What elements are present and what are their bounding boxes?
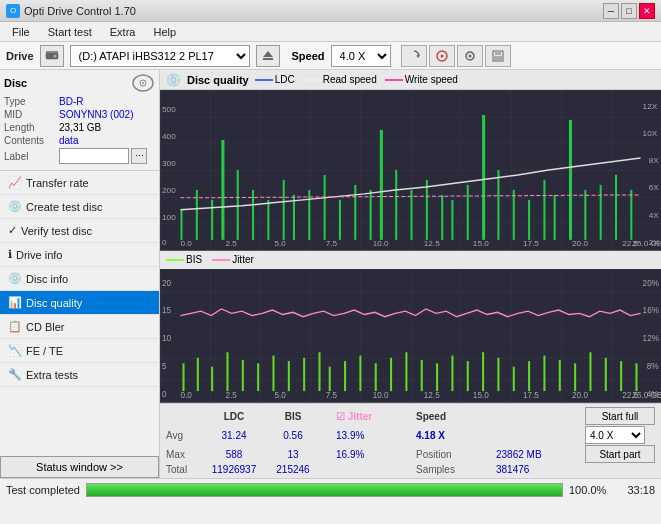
main-content: Disc Type BD-R MID SONYNN3 (002) Length … bbox=[0, 70, 661, 478]
progress-area: Test completed 100.0% 33:18 bbox=[0, 478, 661, 500]
drive-label: Drive bbox=[6, 50, 34, 62]
svg-rect-47 bbox=[267, 200, 269, 240]
cd-bler-icon: 📋 bbox=[8, 320, 22, 333]
save-button[interactable] bbox=[485, 45, 511, 67]
svg-rect-53 bbox=[354, 185, 356, 240]
lower-chart-svg: 0 5 10 15 20 4% 8% 12% 16% 20% 0.0 2.5 5… bbox=[160, 269, 661, 402]
svg-rect-104 bbox=[303, 358, 305, 391]
speed-dropdown[interactable]: 4.0 X bbox=[585, 426, 645, 444]
speed-selector[interactable]: 4.0 X bbox=[331, 45, 391, 67]
sidebar-item-drive-info[interactable]: ℹ Drive info bbox=[0, 243, 159, 267]
legend-write-speed-color bbox=[385, 79, 403, 81]
legend-jitter: Jitter bbox=[212, 254, 254, 265]
svg-rect-117 bbox=[497, 358, 499, 391]
svg-text:17.5: 17.5 bbox=[523, 389, 539, 399]
progress-bar-fill bbox=[87, 484, 562, 496]
avg-label: Avg bbox=[166, 430, 202, 441]
total-ldc: 11926937 bbox=[202, 464, 266, 475]
refresh-button[interactable] bbox=[401, 45, 427, 67]
disc-panel-header: Disc bbox=[4, 74, 155, 92]
svg-text:4X: 4X bbox=[649, 211, 660, 220]
svg-text:2.5: 2.5 bbox=[225, 239, 237, 248]
menu-help[interactable]: Help bbox=[145, 24, 184, 40]
disc-button[interactable] bbox=[429, 45, 455, 67]
svg-rect-111 bbox=[405, 352, 407, 391]
upper-chart: 0 100 200 300 400 500 2X 4X 6X 8X 10X 12… bbox=[160, 90, 661, 251]
svg-rect-56 bbox=[395, 170, 397, 240]
sidebar-item-disc-info[interactable]: 💿 Disc info bbox=[0, 267, 159, 291]
svg-text:0.0: 0.0 bbox=[180, 239, 192, 248]
max-ldc: 588 bbox=[202, 449, 266, 460]
pos-value: 23862 MB bbox=[496, 449, 585, 460]
menu-bar: File Start test Extra Help bbox=[0, 22, 661, 42]
svg-rect-106 bbox=[329, 366, 331, 390]
svg-text:5.0: 5.0 bbox=[275, 239, 287, 248]
svg-rect-46 bbox=[252, 190, 254, 240]
menu-start-test[interactable]: Start test bbox=[40, 24, 100, 40]
svg-rect-57 bbox=[411, 190, 413, 240]
svg-rect-58 bbox=[426, 180, 428, 240]
disc-info-icon: 💿 bbox=[8, 272, 22, 285]
sidebar-item-label: Transfer rate bbox=[26, 177, 89, 189]
svg-rect-66 bbox=[543, 180, 545, 240]
disc-contents-row: Contents data bbox=[4, 135, 155, 146]
avg-ldc: 31.24 bbox=[202, 430, 266, 441]
sidebar-item-cd-bler[interactable]: 📋 CD Bler bbox=[0, 315, 159, 339]
chart-panel-header: 💿 Disc quality LDC Read speed Write spee… bbox=[160, 70, 661, 90]
svg-text:20.0: 20.0 bbox=[572, 239, 588, 248]
svg-point-15 bbox=[142, 82, 144, 84]
menu-file[interactable]: File bbox=[4, 24, 38, 40]
sidebar-item-fe-te[interactable]: 📉 FE / TE bbox=[0, 339, 159, 363]
disc-label-browse[interactable]: ⋯ bbox=[131, 148, 147, 164]
svg-text:6X: 6X bbox=[649, 183, 660, 192]
sidebar-item-transfer-rate[interactable]: 📈 Transfer rate bbox=[0, 171, 159, 195]
right-panel: 💿 Disc quality LDC Read speed Write spee… bbox=[160, 70, 661, 478]
svg-text:0.0: 0.0 bbox=[180, 389, 192, 399]
svg-marker-5 bbox=[416, 54, 419, 58]
minimize-button[interactable]: ─ bbox=[603, 3, 619, 19]
panel-title: Disc quality bbox=[187, 74, 249, 86]
sidebar-item-verify-test-disc[interactable]: ✓ Verify test disc bbox=[0, 219, 159, 243]
svg-rect-115 bbox=[467, 361, 469, 391]
maximize-button[interactable]: □ bbox=[621, 3, 637, 19]
disc-type-row: Type BD-R bbox=[4, 96, 155, 107]
svg-text:5.0: 5.0 bbox=[275, 389, 287, 399]
sidebar-item-label: Disc quality bbox=[26, 297, 82, 309]
svg-rect-72 bbox=[630, 190, 632, 240]
svg-text:7.5: 7.5 bbox=[326, 389, 338, 399]
svg-text:300: 300 bbox=[162, 159, 176, 168]
sidebar-item-disc-quality[interactable]: 📊 Disc quality bbox=[0, 291, 159, 315]
avg-bis: 0.56 bbox=[266, 430, 320, 441]
svg-rect-100 bbox=[242, 360, 244, 391]
drive-icon-btn[interactable] bbox=[40, 45, 64, 67]
svg-rect-43 bbox=[211, 200, 213, 240]
start-full-button[interactable]: Start full bbox=[585, 407, 655, 425]
menu-extra[interactable]: Extra bbox=[102, 24, 144, 40]
svg-rect-97 bbox=[197, 358, 199, 391]
svg-rect-65 bbox=[528, 200, 530, 240]
progress-percent: 100.0% bbox=[569, 484, 609, 496]
svg-rect-119 bbox=[528, 361, 530, 391]
settings-button[interactable] bbox=[457, 45, 483, 67]
svg-rect-62 bbox=[482, 115, 485, 240]
disc-mid-row: MID SONYNN3 (002) bbox=[4, 109, 155, 120]
eject-button[interactable] bbox=[256, 45, 280, 67]
total-bis: 215246 bbox=[266, 464, 320, 475]
svg-text:16%: 16% bbox=[643, 305, 660, 315]
start-part-button[interactable]: Start part bbox=[585, 445, 655, 463]
disc-panel-title: Disc bbox=[4, 77, 27, 89]
drive-selector[interactable]: (D:) ATAPI iHBS312 2 PL17 bbox=[70, 45, 250, 67]
svg-text:20: 20 bbox=[162, 277, 171, 287]
disc-label-input[interactable] bbox=[59, 148, 129, 164]
sidebar-item-extra-tests[interactable]: 🔧 Extra tests bbox=[0, 363, 159, 387]
svg-text:15.0: 15.0 bbox=[473, 389, 489, 399]
svg-text:15: 15 bbox=[162, 305, 171, 315]
close-button[interactable]: ✕ bbox=[639, 3, 655, 19]
toolbar-icons bbox=[401, 45, 511, 67]
svg-rect-96 bbox=[182, 363, 184, 391]
sidebar-item-create-test-disc[interactable]: 💿 Create test disc bbox=[0, 195, 159, 219]
status-window-button[interactable]: Status window >> bbox=[0, 456, 159, 478]
legend-bis: BIS bbox=[166, 254, 202, 265]
samples-value: 381476 bbox=[496, 464, 655, 475]
svg-text:10X: 10X bbox=[643, 129, 658, 138]
